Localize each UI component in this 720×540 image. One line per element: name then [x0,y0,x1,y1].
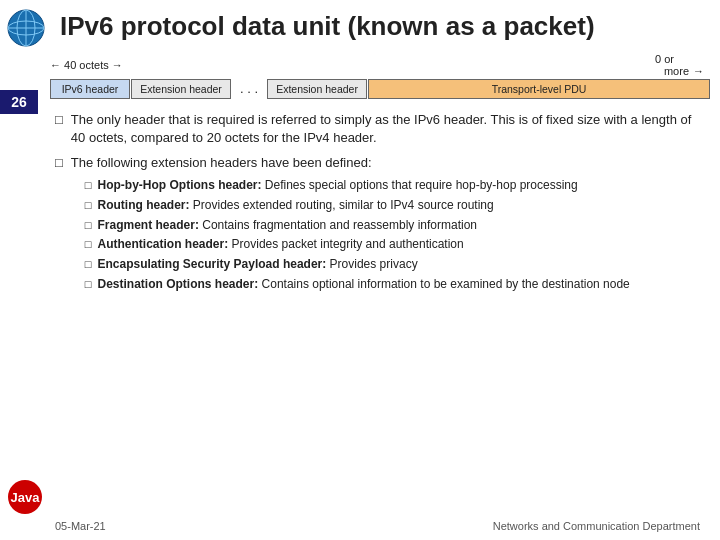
sub-bullet-1: □ Hop-by-Hop Options header: Defines spe… [85,177,630,194]
bullet-1: □ The only header that is required is re… [55,111,700,149]
sub-bullet-5-sym: □ [85,258,92,270]
bullet-2-symbol: □ [55,155,63,170]
bullet-1-symbol: □ [55,112,63,127]
java-icon: Java [6,478,44,516]
title-text: IPv6 protocol data unit (known as a pack… [60,11,595,41]
arrow-right-line: more [664,65,689,77]
header-boxes: IPv6 header Extension header . . . Exten… [50,79,710,99]
sub-bullet-2-text: Routing header: Provides extended routin… [98,197,494,214]
sub-bullet-4-sym: □ [85,238,92,250]
ext-header-box-1: Extension header [131,79,231,99]
sub-bullet-6-text: Destination Options header: Contains opt… [98,276,630,293]
sub-bullet-2-sym: □ [85,199,92,211]
footer: 05-Mar-21 Networks and Communication Dep… [0,520,720,532]
sub-bullet-1-text: Hop-by-Hop Options header: Defines speci… [98,177,578,194]
bullet-1-text: The only header that is required is refe… [71,111,700,149]
footer-date: 05-Mar-21 [55,520,106,532]
sub-bullet-5: □ Encapsulating Security Payload header:… [85,256,630,273]
sub-bullet-1-sym: □ [85,179,92,191]
sub-bullet-5-text: Encapsulating Security Payload header: P… [98,256,418,273]
bullet-2: □ The following extension headers have b… [55,154,700,296]
transport-pdu-box: Transport-level PDU [368,79,710,99]
slide-title: IPv6 protocol data unit (known as a pack… [0,0,720,49]
slide-number: 26 [0,90,38,114]
globe-icon [6,8,46,48]
diagram-area: ← 40 octets → 0 or more → IPv6 header Ex… [40,49,720,105]
sub-bullet-3-text: Fragment header: Contains fragmentation … [98,217,478,234]
content-area: □ The only header that is required is re… [0,105,720,306]
sub-bullet-6-sym: □ [85,278,92,290]
sub-bullet-2: □ Routing header: Provides extended rout… [85,197,630,214]
bullet-2-text: The following extension headers have bee… [71,155,372,170]
arrow-label-right-text: 0 or [655,53,674,65]
ext-header-box-2: Extension header [267,79,367,99]
arrow-label-left: ← 40 octets → [50,59,123,71]
sub-bullets: □ Hop-by-Hop Options header: Defines spe… [85,177,630,293]
sub-bullet-6: □ Destination Options header: Contains o… [85,276,630,293]
dots-box: . . . [232,79,266,98]
svg-text:Java: Java [11,490,41,505]
sub-bullet-3: □ Fragment header: Contains fragmentatio… [85,217,630,234]
diagram-arrow-row: ← 40 octets → 0 or more → [50,53,710,77]
ipv6-header-box: IPv6 header [50,79,130,99]
sub-bullet-4-text: Authentication header: Provides packet i… [98,236,464,253]
footer-department: Networks and Communication Department [493,520,700,532]
sub-bullet-4: □ Authentication header: Provides packet… [85,236,630,253]
sub-bullet-3-sym: □ [85,219,92,231]
